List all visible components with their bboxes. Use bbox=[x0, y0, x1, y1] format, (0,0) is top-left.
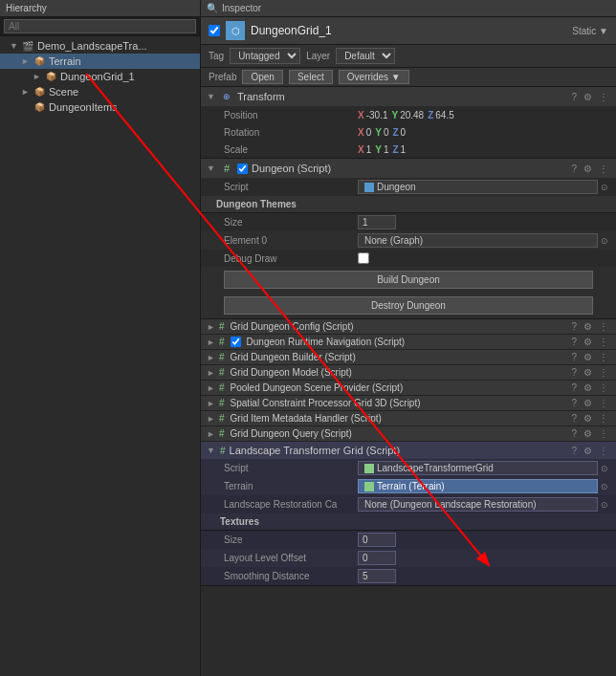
spatial-settings[interactable]: ⚙ bbox=[582, 398, 594, 408]
search-input[interactable] bbox=[4, 19, 196, 33]
pooled-settings[interactable]: ⚙ bbox=[582, 382, 594, 393]
comp-grid-dungeon-builder[interactable]: ► # Grid Dungeon Builder (Script) ? ⚙ ⋮ bbox=[201, 350, 616, 365]
landscape-layout-input[interactable] bbox=[358, 551, 396, 565]
spatial-menu[interactable]: ⋮ bbox=[597, 398, 610, 408]
tree-label-scene: Scene bbox=[49, 86, 78, 98]
metadata-menu[interactable]: ⋮ bbox=[597, 413, 610, 424]
tree-item-dungeongrid[interactable]: ► 📦 DungeonGrid_1 bbox=[0, 69, 200, 84]
landscape-restoration-link[interactable]: ⊙ bbox=[601, 500, 608, 510]
tree-item-terrain[interactable]: ► 📦 Terrain bbox=[0, 54, 200, 69]
dungeon-element0-value[interactable]: None (Graph) bbox=[358, 233, 598, 248]
transform-help[interactable]: ? bbox=[569, 92, 579, 102]
query-hash: # bbox=[219, 428, 225, 439]
gdmodel-help[interactable]: ? bbox=[569, 367, 579, 378]
gdmodel-menu[interactable]: ⋮ bbox=[597, 367, 610, 378]
metadata-help[interactable]: ? bbox=[569, 413, 579, 424]
rot-y-val[interactable]: 0 bbox=[384, 127, 389, 138]
scale-z-val[interactable]: 1 bbox=[401, 144, 407, 155]
gdbuilder-help[interactable]: ? bbox=[569, 352, 579, 362]
transform-menu[interactable]: ⋮ bbox=[597, 92, 610, 102]
overrides-button[interactable]: Overrides ▼ bbox=[339, 70, 409, 84]
landscape-layout-label: Layout Level Offset bbox=[224, 553, 358, 563]
hierarchy-header: Hierarchy bbox=[0, 0, 200, 17]
dungeon-menu[interactable]: ⋮ bbox=[597, 164, 610, 174]
comp-grid-dungeon-config[interactable]: ► # Grid Dungeon Config (Script) ? ⚙ ⋮ bbox=[201, 319, 616, 335]
gdmodel-settings[interactable]: ⚙ bbox=[582, 367, 594, 378]
landscape-restoration-row: Landscape Restoration Ca None (Dungeon L… bbox=[201, 495, 616, 513]
gdconfig-menu[interactable]: ⋮ bbox=[597, 321, 610, 332]
drnav-help[interactable]: ? bbox=[569, 337, 579, 347]
landscape-help[interactable]: ? bbox=[569, 446, 579, 456]
layer-dropdown[interactable]: Default bbox=[336, 48, 395, 64]
tag-dropdown[interactable]: Untagged bbox=[230, 48, 300, 64]
dungeon-check[interactable] bbox=[237, 164, 248, 174]
rot-z-val[interactable]: 0 bbox=[401, 127, 407, 138]
landscape-menu[interactable]: ⋮ bbox=[597, 446, 610, 456]
landscape-script-link[interactable]: ⊙ bbox=[601, 464, 608, 473]
landscape-settings[interactable]: ⚙ bbox=[582, 446, 594, 456]
drnav-menu[interactable]: ⋮ bbox=[597, 337, 610, 347]
transform-settings[interactable]: ⚙ bbox=[582, 92, 594, 102]
comp-dungeon-runtime-nav[interactable]: ► # Dungeon Runtime Navigation (Script) … bbox=[201, 335, 616, 350]
terrain-value-field[interactable]: Terrain (Terrain) bbox=[358, 479, 598, 493]
dungeon-element0-link[interactable]: ⊙ bbox=[601, 236, 608, 246]
landscape-smoothing-row: Smoothing Distance bbox=[201, 567, 616, 585]
query-help[interactable]: ? bbox=[569, 428, 579, 439]
landscape-size-row: Size bbox=[201, 531, 616, 549]
pos-z-val[interactable]: 64.5 bbox=[435, 110, 453, 120]
landscape-smoothing-label: Smoothing Distance bbox=[224, 571, 358, 581]
landscape-smoothing-input[interactable] bbox=[358, 569, 396, 583]
pos-x-val[interactable]: -30.1 bbox=[366, 110, 388, 120]
query-menu[interactable]: ⋮ bbox=[597, 428, 610, 439]
transform-icon: ⊕ bbox=[220, 90, 233, 103]
pooled-help[interactable]: ? bbox=[569, 382, 579, 393]
spatial-label: Spatial Constraint Processor Grid 3D (Sc… bbox=[231, 398, 567, 408]
destroy-dungeon-button[interactable]: Destroy Dungeon bbox=[224, 296, 593, 315]
comp-spatial-constraint[interactable]: ► # Spatial Constraint Processor Grid 3D… bbox=[201, 396, 616, 411]
comp-grid-dungeon-model[interactable]: ► # Grid Dungeon Model (Script) ? ⚙ ⋮ bbox=[201, 365, 616, 381]
drnav-check[interactable] bbox=[231, 337, 241, 347]
metadata-settings[interactable]: ⚙ bbox=[582, 413, 594, 424]
tree-item-demo[interactable]: ▼ 🎬 Demo_LandscapeTra... bbox=[0, 38, 200, 54]
landscape-script-value[interactable]: LandscapeTransformerGrid bbox=[358, 461, 598, 475]
terrain-value-link[interactable]: ⊙ bbox=[601, 482, 608, 491]
comp-grid-item-metadata[interactable]: ► # Grid Item Metadata Handler (Script) … bbox=[201, 411, 616, 426]
scale-x-val[interactable]: 1 bbox=[366, 144, 372, 155]
obj-active-checkbox[interactable] bbox=[209, 25, 220, 36]
static-dropdown[interactable]: Static ▼ bbox=[572, 26, 608, 36]
query-settings[interactable]: ⚙ bbox=[582, 428, 594, 439]
drnav-settings[interactable]: ⚙ bbox=[582, 337, 594, 347]
object-name[interactable]: DungeonGrid_1 bbox=[251, 24, 566, 37]
tree-item-dungeonitems[interactable]: 📦 DungeonItems bbox=[0, 99, 200, 115]
gdbuilder-menu[interactable]: ⋮ bbox=[597, 352, 610, 362]
dungeon-debug-checkbox[interactable] bbox=[358, 252, 369, 264]
select-button[interactable]: Select bbox=[289, 70, 333, 84]
pos-y-val[interactable]: 20.48 bbox=[400, 110, 424, 120]
dungeon-script-value[interactable]: Dungeon bbox=[358, 180, 598, 194]
dungeon-size-input[interactable] bbox=[358, 215, 396, 229]
gdconfig-help[interactable]: ? bbox=[569, 321, 579, 332]
dungeon-header[interactable]: ▼ # Dungeon (Script) ? ⚙ ⋮ bbox=[201, 159, 616, 178]
pooled-label: Pooled Dungeon Scene Provider (Script) bbox=[231, 382, 567, 393]
pooled-menu[interactable]: ⋮ bbox=[597, 382, 610, 393]
build-dungeon-button[interactable]: Build Dungeon bbox=[224, 271, 593, 289]
dungeon-script-link[interactable]: ⊙ bbox=[601, 183, 608, 192]
gdbuilder-settings[interactable]: ⚙ bbox=[582, 352, 594, 362]
scale-y-val[interactable]: 1 bbox=[384, 144, 389, 155]
landscape-restoration-value[interactable]: None (Dungeon Landscape Restoration) bbox=[358, 497, 598, 512]
tree-item-scene[interactable]: ► 📦 Scene bbox=[0, 84, 200, 99]
landscape-header[interactable]: ▼ # Landscape Transformer Grid (Script) … bbox=[201, 442, 616, 459]
landscape-script-icon bbox=[364, 464, 374, 473]
comp-pooled-dungeon[interactable]: ► # Pooled Dungeon Scene Provider (Scrip… bbox=[201, 381, 616, 396]
spatial-help[interactable]: ? bbox=[569, 398, 579, 408]
rot-x-val[interactable]: 0 bbox=[366, 127, 372, 138]
comp-grid-dungeon-query[interactable]: ► # Grid Dungeon Query (Script) ? ⚙ ⋮ bbox=[201, 426, 616, 442]
dungeon-help[interactable]: ? bbox=[569, 164, 579, 174]
landscape-hash: # bbox=[220, 446, 226, 456]
gdconfig-settings[interactable]: ⚙ bbox=[582, 321, 594, 332]
dungeon-settings[interactable]: ⚙ bbox=[582, 164, 594, 174]
rotation-row: Rotation X 0 Y 0 Z 0 bbox=[201, 123, 616, 141]
transform-header[interactable]: ▼ ⊕ Transform ? ⚙ ⋮ bbox=[201, 87, 616, 106]
landscape-size-input[interactable] bbox=[358, 533, 396, 547]
open-button[interactable]: Open bbox=[242, 70, 282, 84]
